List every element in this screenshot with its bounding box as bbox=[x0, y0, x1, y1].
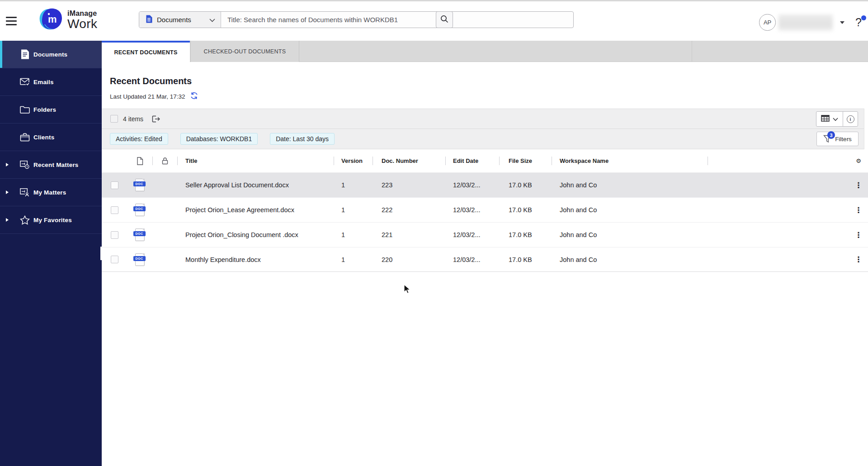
header-checkbox-col bbox=[102, 149, 127, 172]
doc-number: 220 bbox=[373, 247, 445, 271]
tabstrip-divider bbox=[692, 41, 692, 62]
doc-file-icon: DOC bbox=[135, 253, 145, 266]
sidebar-label: Clients bbox=[33, 134, 54, 141]
doc-edit-date: 12/03/2... bbox=[445, 198, 499, 222]
doc-title[interactable]: Seller Approval List Document.docx bbox=[177, 173, 334, 197]
documents-icon bbox=[20, 49, 30, 59]
column-header-version[interactable]: Version bbox=[334, 149, 373, 172]
column-header-workspace-name[interactable]: Workspace Name bbox=[552, 149, 708, 172]
doc-workspace: John and Co bbox=[552, 173, 708, 197]
folders-icon bbox=[20, 105, 30, 114]
table-row[interactable]: DOC Seller Approval List Document.docx 1… bbox=[102, 172, 868, 197]
chevron-down-icon bbox=[209, 16, 215, 24]
refresh-icon[interactable] bbox=[190, 92, 198, 101]
doc-version: 1 bbox=[334, 247, 373, 271]
scope-label: Documents bbox=[157, 16, 205, 24]
sidebar-item-my-favorites[interactable]: My Favorites bbox=[0, 206, 102, 234]
info-button[interactable]: i bbox=[843, 112, 858, 126]
main-panel: RECENT DOCUMENTS CHECKED-OUT DOCUMENTS R… bbox=[102, 41, 868, 466]
filter-chips-row: Activities: Edited Databases: WORKDB1 Da… bbox=[102, 129, 864, 149]
view-selector-group: i bbox=[816, 111, 858, 127]
logo-mark-icon: m bbox=[38, 7, 63, 33]
filters-count-badge: 3 bbox=[827, 131, 835, 139]
doc-title[interactable]: Monthly Expenditure.docx bbox=[177, 247, 334, 271]
expand-arrow-icon[interactable] bbox=[6, 218, 9, 222]
select-all-checkbox[interactable] bbox=[110, 115, 118, 123]
doc-file-icon: DOC bbox=[135, 228, 145, 241]
page-title: Recent Documents bbox=[110, 76, 868, 86]
row-menu-kebab-icon[interactable]: ⋮ bbox=[849, 198, 868, 222]
lock-column-icon bbox=[152, 149, 177, 172]
help-button[interactable]: ? bbox=[855, 17, 862, 28]
doc-number: 221 bbox=[373, 223, 445, 247]
file-type-column-icon bbox=[127, 149, 152, 172]
row-checkbox[interactable] bbox=[111, 181, 118, 189]
search-input[interactable] bbox=[221, 12, 573, 28]
table-row[interactable]: DOC Project Orion_Lease Agreement.docx 1… bbox=[102, 197, 868, 222]
brand-line2: Work bbox=[67, 18, 97, 30]
view-selector-button[interactable] bbox=[816, 112, 843, 126]
tab-recent-documents[interactable]: RECENT DOCUMENTS bbox=[102, 41, 190, 62]
column-settings-gear-icon[interactable]: ⚙ bbox=[849, 149, 868, 172]
items-count: 4 items bbox=[123, 115, 143, 123]
profile-caret-icon[interactable] bbox=[840, 21, 844, 24]
doc-file-icon: DOC bbox=[135, 204, 145, 216]
row-menu-kebab-icon[interactable]: ⋮ bbox=[849, 223, 868, 247]
app-header: m iManage Work Documents bbox=[0, 0, 868, 41]
column-header-file-size[interactable]: File Size bbox=[499, 149, 552, 172]
search-bar: Documents bbox=[139, 11, 574, 28]
sidebar-item-clients[interactable]: Clients bbox=[0, 124, 102, 151]
filter-chip-databases[interactable]: Databases: WORKDB1 bbox=[180, 133, 258, 145]
sidebar-item-my-matters[interactable]: My Matters bbox=[0, 179, 102, 206]
menu-icon[interactable] bbox=[6, 17, 17, 25]
row-checkbox[interactable] bbox=[111, 206, 118, 214]
row-menu-kebab-icon[interactable]: ⋮ bbox=[849, 173, 868, 197]
sidebar-label: Emails bbox=[33, 79, 54, 86]
search-scope-dropdown[interactable]: Documents bbox=[139, 12, 221, 28]
user-name-redacted bbox=[778, 14, 833, 31]
column-header-doc-number[interactable]: Doc. Number bbox=[373, 149, 445, 172]
sidebar-item-emails[interactable]: Emails bbox=[0, 68, 102, 96]
table-view-icon bbox=[821, 115, 830, 124]
clients-icon bbox=[20, 132, 30, 142]
row-checkbox[interactable] bbox=[111, 231, 118, 239]
table-row[interactable]: DOC Project Orion_Closing Document .docx… bbox=[102, 222, 868, 247]
doc-title[interactable]: Project Orion_Closing Document .docx bbox=[177, 223, 334, 247]
last-updated-text: Last Updated 21 Mar, 17:32 bbox=[110, 93, 185, 100]
column-header-edit-date[interactable]: Edit Date bbox=[445, 149, 499, 172]
sidebar-label: My Matters bbox=[33, 189, 66, 196]
tab-checked-out-documents[interactable]: CHECKED-OUT DOCUMENTS bbox=[190, 41, 299, 62]
export-icon[interactable] bbox=[151, 115, 160, 123]
expand-arrow-icon[interactable] bbox=[6, 163, 9, 166]
doc-workspace: John and Co bbox=[552, 223, 708, 247]
sidebar-item-documents[interactable]: Documents bbox=[0, 41, 102, 68]
sidebar-item-folders[interactable]: Folders bbox=[0, 96, 102, 124]
doc-edit-date: 12/03/2... bbox=[445, 247, 499, 271]
avatar[interactable]: AP bbox=[759, 14, 776, 31]
column-header-spare bbox=[708, 149, 849, 172]
tab-bar: RECENT DOCUMENTS CHECKED-OUT DOCUMENTS bbox=[102, 41, 868, 62]
filters-button[interactable]: 3 Filters bbox=[816, 132, 859, 146]
filter-chip-date[interactable]: Date: Last 30 days bbox=[270, 133, 335, 145]
doc-title[interactable]: Project Orion_Lease Agreement.docx bbox=[177, 198, 334, 222]
search-submit-button[interactable] bbox=[436, 11, 453, 28]
brand-text: iManage Work bbox=[67, 10, 97, 30]
doc-file-size: 17.0 KB bbox=[499, 173, 552, 197]
filter-chip-activities[interactable]: Activities: Edited bbox=[110, 133, 168, 145]
doc-edit-date: 12/03/2... bbox=[445, 173, 499, 197]
expand-arrow-icon[interactable] bbox=[6, 190, 9, 194]
doc-version: 1 bbox=[334, 173, 373, 197]
doc-workspace: John and Co bbox=[552, 247, 708, 271]
toolbar-row: 4 items i bbox=[102, 109, 864, 129]
sidebar-label: Documents bbox=[33, 51, 67, 58]
doc-edit-date: 12/03/2... bbox=[445, 223, 499, 247]
sidebar-item-recent-matters[interactable]: Recent Matters bbox=[0, 151, 102, 179]
toolbar-area: 4 items i bbox=[102, 109, 864, 149]
row-menu-kebab-icon[interactable]: ⋮ bbox=[849, 247, 868, 271]
search-icon bbox=[440, 14, 449, 25]
help-notification-dot bbox=[861, 15, 866, 20]
row-checkbox[interactable] bbox=[111, 256, 118, 263]
imanage-work-app: m iManage Work Documents bbox=[0, 0, 868, 466]
column-header-title[interactable]: Title bbox=[177, 149, 334, 172]
table-row[interactable]: DOC Monthly Expenditure.docx 1 220 12/03… bbox=[102, 247, 868, 272]
